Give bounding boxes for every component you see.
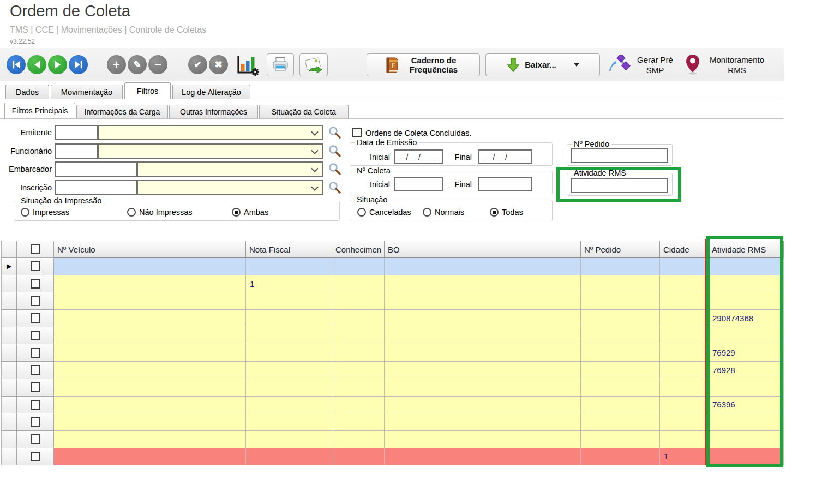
caderno-frequencias-button[interactable]: F Caderno de Frequências	[367, 53, 480, 76]
grid-cell-conhecimento[interactable]	[332, 258, 385, 275]
embarcador-combo[interactable]	[137, 161, 323, 177]
inscricao-combo[interactable]	[137, 180, 323, 195]
subtab-situacao-coleta[interactable]: Situação da Coleta	[259, 105, 349, 118]
grid-cell-cidade[interactable]	[660, 379, 709, 397]
row-selector[interactable]	[2, 275, 17, 293]
edit-button[interactable]: ✎	[128, 55, 147, 74]
grid-cell-pedido[interactable]	[581, 431, 660, 448]
row-selector[interactable]	[2, 431, 17, 448]
grid-cell-atividade_rms[interactable]: 76929	[709, 344, 784, 362]
cancel-button[interactable]: ✖	[209, 55, 228, 74]
grid-cell-veiculo[interactable]	[54, 258, 246, 275]
grid-cell-bo[interactable]	[385, 397, 581, 414]
grid-cell-nota_fiscal[interactable]	[246, 327, 332, 345]
grid-cell-atividade_rms[interactable]	[709, 448, 784, 466]
inscricao-search-button[interactable]	[327, 181, 341, 195]
grid-row[interactable]	[2, 431, 784, 448]
grid-row[interactable]	[2, 292, 784, 310]
grid-cell-cidade[interactable]	[660, 413, 709, 431]
grid-cell-cidade[interactable]	[660, 431, 709, 448]
add-button[interactable]: +	[107, 55, 126, 74]
grid-cell-atividade_rms[interactable]	[709, 327, 784, 345]
row-selector[interactable]	[2, 362, 17, 379]
coleta-final-input[interactable]	[478, 177, 532, 191]
grid-cell-veiculo[interactable]	[54, 448, 246, 466]
grid-header-selector[interactable]	[2, 241, 17, 258]
grid-cell-pedido[interactable]	[581, 292, 660, 310]
tab-filtros[interactable]: Filtros	[124, 82, 171, 99]
data-inicial-input[interactable]: __/__/____	[394, 149, 443, 164]
grid-cell-atividade_rms[interactable]	[709, 258, 784, 275]
grid-cell-bo[interactable]	[385, 431, 581, 448]
print-button[interactable]	[267, 53, 294, 76]
grid-row[interactable]: 1	[2, 275, 784, 293]
row-checkbox[interactable]	[31, 313, 40, 323]
grid-cell-cidade[interactable]	[660, 310, 709, 327]
grid-row[interactable]	[2, 379, 784, 397]
row-selector[interactable]	[2, 413, 17, 431]
radio-nao-impressas[interactable]: Não Impressas	[127, 208, 193, 217]
row-checkbox[interactable]	[31, 348, 40, 358]
grid-cell-bo[interactable]	[385, 310, 581, 327]
inscricao-code-input[interactable]	[55, 180, 137, 195]
grid-cell-veiculo[interactable]	[54, 310, 246, 327]
grid-cell-bo[interactable]	[385, 344, 581, 362]
grid-cell-conhecimento[interactable]	[332, 310, 385, 327]
grid-cell-nota_fiscal[interactable]	[246, 362, 332, 379]
grid-header-atividade_rms[interactable]: Atividade RMS	[709, 241, 784, 258]
grid-cell-nota_fiscal[interactable]	[246, 397, 332, 414]
grid-cell-veiculo[interactable]	[54, 344, 246, 362]
tab-log-alteracao[interactable]: Log de Alteração	[172, 85, 250, 99]
row-selector[interactable]	[2, 344, 17, 362]
grid-header-cidade[interactable]: Cidade	[660, 241, 709, 258]
grid-cell-pedido[interactable]	[581, 327, 660, 345]
embarcador-search-button[interactable]	[327, 162, 341, 176]
grid-cell-bo[interactable]	[385, 448, 581, 466]
grid-cell-pedido[interactable]	[581, 258, 660, 275]
grid-cell-conhecimento[interactable]	[332, 292, 385, 310]
nav-previous-button[interactable]	[27, 55, 46, 74]
select-all-checkbox[interactable]	[31, 244, 40, 254]
grid-cell-atividade_rms[interactable]	[709, 431, 784, 448]
grid-cell-bo[interactable]	[385, 413, 581, 431]
emitente-code-input[interactable]	[55, 125, 98, 140]
grid-cell-veiculo[interactable]	[54, 327, 246, 345]
grid-cell-nota_fiscal[interactable]	[246, 431, 332, 448]
grid-cell-conhecimento[interactable]	[332, 431, 385, 448]
grid-cell-atividade_rms[interactable]: 290874368	[709, 310, 784, 327]
row-checkbox[interactable]	[31, 296, 40, 306]
row-selector[interactable]	[2, 292, 17, 310]
monitoramento-rms-button[interactable]	[685, 53, 701, 77]
emitente-search-button[interactable]	[327, 125, 341, 140]
grid-cell-bo[interactable]	[385, 275, 581, 293]
grid-cell-veiculo[interactable]	[54, 379, 246, 397]
grid-cell-pedido[interactable]	[581, 310, 660, 327]
grid-cell-nota_fiscal[interactable]	[246, 310, 332, 327]
data-final-input[interactable]: __/__/____	[478, 149, 532, 164]
grid-cell-cidade[interactable]	[660, 397, 709, 414]
nav-last-button[interactable]	[69, 55, 88, 74]
grid-cell-pedido[interactable]	[581, 413, 660, 431]
grid-cell-cidade[interactable]	[660, 292, 709, 310]
grid-cell-nota_fiscal[interactable]	[246, 292, 332, 310]
funcionario-search-button[interactable]	[327, 144, 341, 158]
subtab-outras-informacoes[interactable]: Outras Informações	[169, 105, 258, 118]
row-checkbox[interactable]	[31, 417, 40, 427]
grid-cell-veiculo[interactable]	[54, 397, 246, 414]
baixar-button[interactable]: Baixar...	[485, 53, 600, 76]
delete-button[interactable]: −	[148, 55, 167, 74]
row-checkbox[interactable]	[31, 279, 40, 289]
row-selector[interactable]	[2, 327, 17, 345]
row-checkbox[interactable]	[31, 382, 40, 392]
grid-cell-nota_fiscal[interactable]: 1	[246, 275, 332, 293]
grid-cell-nota_fiscal[interactable]	[246, 379, 332, 397]
radio-canceladas[interactable]: Canceladas	[357, 208, 411, 217]
grid-cell-cidade[interactable]	[660, 258, 709, 275]
grid-cell-conhecimento[interactable]	[332, 413, 385, 431]
grid-cell-bo[interactable]	[385, 362, 581, 379]
radio-todas[interactable]: Todas	[490, 208, 523, 217]
grid-row[interactable]	[2, 327, 784, 345]
grid-cell-nota_fiscal[interactable]	[246, 448, 332, 466]
grid-cell-cidade[interactable]	[660, 362, 709, 379]
tab-dados[interactable]: Dados	[5, 85, 49, 99]
